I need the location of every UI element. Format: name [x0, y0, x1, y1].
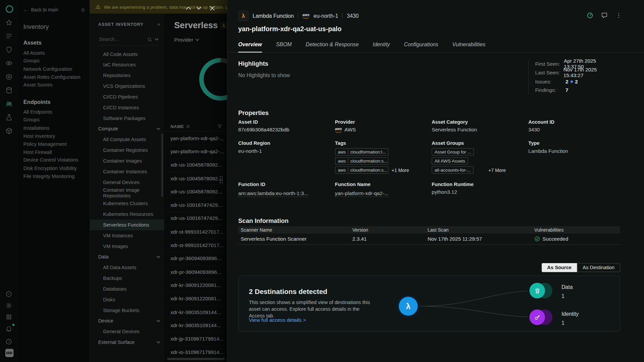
kebab-menu-icon[interactable]: [615, 11, 623, 19]
nav-item[interactable]: Installations: [23, 124, 90, 132]
apps-grid-icon[interactable]: [5, 313, 13, 321]
gear-icon[interactable]: [5, 301, 13, 309]
nav-item[interactable]: Asset Scores: [23, 81, 90, 89]
tree-item[interactable]: VCS Organizations: [90, 81, 164, 92]
search-input[interactable]: [98, 36, 145, 43]
status-circle-icon[interactable]: [5, 290, 13, 298]
provider-filter[interactable]: Provider: [174, 37, 227, 43]
nav-item[interactable]: Host Firewall: [23, 148, 90, 156]
tree-item[interactable]: Repositories: [90, 70, 164, 81]
tree-item[interactable]: All Code Assets: [90, 49, 164, 60]
drawer-tab[interactable]: SBOM: [276, 42, 292, 52]
nav-item[interactable]: Disk Encryption Visibility: [23, 164, 90, 172]
tree-item[interactable]: IaC Resources: [90, 60, 164, 70]
filter-icon[interactable]: [217, 124, 222, 129]
tree-item[interactable]: General Devices: [90, 326, 164, 337]
nav-item[interactable]: Network Configuration: [23, 65, 90, 73]
nav-item[interactable]: Policy Management: [23, 140, 90, 148]
target-icon[interactable]: [5, 73, 13, 81]
tree-item[interactable]: CI/CD Instances: [90, 102, 164, 113]
horizontal-scrollbar[interactable]: [167, 358, 224, 360]
scan-row[interactable]: Serverless Function Scanner 2.3.41 Nov 1…: [238, 234, 620, 245]
flask-icon[interactable]: [5, 113, 13, 121]
tree-item[interactable]: Container Instances: [90, 166, 164, 177]
asset-row[interactable]: xdr-kr-38091220081...: [164, 279, 227, 292]
source-asset-node[interactable]: λ: [397, 295, 420, 318]
tree-item[interactable]: CI/CD Pipelines: [90, 92, 164, 102]
back-to-main[interactable]: ← Back to main: [23, 7, 90, 12]
tree-item[interactable]: Databases: [90, 284, 164, 294]
cube-icon[interactable]: [5, 127, 13, 135]
asset-group-chip[interactable]: all-accounts-for-...: [432, 166, 474, 174]
nav-item[interactable]: File Integrity Monitoring: [23, 172, 90, 180]
star-icon[interactable]: [5, 18, 13, 26]
tag-chip[interactable]: aws cloudformation:s...: [335, 157, 388, 165]
avatar[interactable]: MM: [5, 349, 13, 357]
nav-item[interactable]: Groups: [23, 116, 90, 124]
comments-icon[interactable]: [601, 11, 608, 19]
tree-item[interactable]: Storage Buckets: [90, 305, 164, 316]
collapse-panel-icon[interactable]: «: [157, 21, 160, 27]
tree-item[interactable]: Container Registries: [90, 145, 164, 156]
as-source-button[interactable]: As Source: [542, 263, 577, 272]
findings-value[interactable]: 7: [566, 87, 569, 93]
asset-row[interactable]: xdr-jp-310967179914...: [164, 333, 227, 346]
tree-item[interactable]: General Devices: [90, 177, 164, 188]
tree-item[interactable]: VM Instances: [90, 230, 164, 241]
next-asset-button[interactable]: [195, 4, 202, 12]
drawer-resize-handle[interactable]: [220, 177, 222, 183]
tree-item[interactable]: External Surface: [90, 337, 164, 348]
asset-row[interactable]: xdr-pr-36094093896...: [164, 265, 227, 279]
tree-item[interactable]: Backups: [90, 273, 164, 284]
tree-item[interactable]: VM Images: [90, 241, 164, 252]
asset-row[interactable]: xdr-pr-36094093896...: [164, 252, 227, 265]
nav-item[interactable]: Groups: [23, 57, 90, 65]
drawer-tab[interactable]: Configurations: [404, 42, 438, 52]
asset-row[interactable]: xdr-us-10045878092...: [164, 159, 227, 172]
search-icon[interactable]: [147, 37, 152, 42]
sort-icon[interactable]: [185, 124, 191, 129]
drawer-tab[interactable]: Vulnerabilities: [452, 42, 485, 52]
tree-item[interactable]: Kubernetes Clusters: [90, 198, 164, 209]
chevron-down-icon[interactable]: [155, 38, 159, 41]
function-id-value[interactable]: arn:aws:lambda:eu-north-1:3...: [238, 190, 308, 197]
drawer-tab[interactable]: Detection & Response: [306, 42, 359, 52]
asset-row[interactable]: xdr-us-10045878092...: [164, 172, 227, 185]
tree-item[interactable]: Data: [90, 252, 164, 262]
asset-row[interactable]: yan-platform-xdr-qa2-...: [164, 145, 227, 159]
nav-item[interactable]: All Endpoints: [23, 108, 90, 116]
feed-icon[interactable]: [5, 32, 13, 40]
drawer-tab[interactable]: Overview: [238, 42, 262, 52]
asset-row[interactable]: yan-platform-xdr-qa2-...: [164, 132, 227, 145]
asset-row[interactable]: xdr-kr-38035109144...: [164, 319, 227, 333]
tag-chip[interactable]: aws cloudformation:l...: [335, 148, 388, 156]
issues-value[interactable]: 2 2: [566, 79, 578, 84]
asset-group-chip[interactable]: Asset Group for ...: [432, 148, 474, 156]
asset-row[interactable]: xdr-us-10016747429...: [164, 199, 227, 212]
vertical-scrollbar[interactable]: [161, 133, 163, 197]
close-drawer-button[interactable]: [208, 4, 216, 12]
nav-item[interactable]: All Assets: [23, 49, 90, 57]
view-access-details-link[interactable]: View full access details >: [249, 317, 306, 323]
asset-row[interactable]: xdr-st-999101427017...: [164, 239, 227, 252]
tree-item[interactable]: Kubernetes Resources: [90, 209, 164, 220]
asset-row[interactable]: xdr-kr-38035109144...: [164, 306, 227, 319]
nav-item[interactable]: Asset Roles Configuration: [23, 73, 90, 81]
tags-more-link[interactable]: +1 More: [392, 168, 409, 173]
bell-icon[interactable]: [5, 324, 13, 332]
drawer-tab[interactable]: Identity: [373, 42, 390, 52]
as-destination-button[interactable]: As Destination: [577, 263, 620, 272]
asset-row[interactable]: xdr-st-999101427017...: [164, 225, 227, 239]
help-icon[interactable]: ?: [5, 338, 13, 346]
asset-row[interactable]: xdr-io-310967179914...: [164, 346, 227, 359]
previous-asset-button[interactable]: [184, 4, 192, 12]
eye-icon[interactable]: [5, 59, 13, 67]
risk-gauge-icon[interactable]: [587, 11, 594, 19]
tree-item[interactable]: All Data Assets: [90, 262, 164, 273]
asset-group-chip[interactable]: All AWS Assets: [432, 157, 468, 165]
nav-item[interactable]: Host Inventory: [23, 132, 90, 140]
inventory-users-icon[interactable]: [5, 100, 13, 108]
function-name-value[interactable]: yan-platform-xdr-qa2-...: [335, 190, 389, 197]
tree-item[interactable]: Container Images: [90, 156, 164, 166]
asset-row[interactable]: xdr-us-10045878092...: [164, 185, 227, 199]
